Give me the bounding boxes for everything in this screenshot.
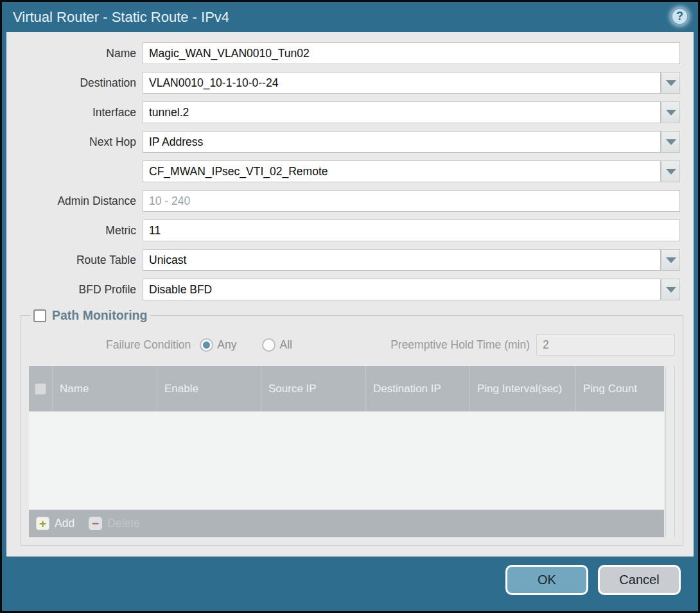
table-body-empty (29, 411, 664, 510)
chevron-down-icon (666, 139, 676, 145)
add-button-label: Add (55, 517, 74, 530)
name-input[interactable] (143, 42, 680, 64)
route-table-label: Route Table (6, 254, 143, 267)
form-row-route-table: Route Table (6, 249, 680, 271)
chevron-down-icon (666, 80, 676, 86)
admin-distance-label: Admin Distance (6, 194, 143, 208)
admin-distance-input[interactable] (143, 190, 680, 212)
path-monitoring-table: Name Enable Source IP Destination IP Pin… (29, 366, 664, 537)
dialog-titlebar: Virtual Router - Static Route - IPv4 ? (2, 2, 698, 32)
bfd-profile-dropdown-button[interactable] (661, 279, 680, 300)
path-monitoring-section: Path Monitoring Failure Condition Any Al… (21, 308, 683, 546)
static-route-dialog: Virtual Router - Static Route - IPv4 ? N… (0, 0, 700, 613)
chevron-down-icon (666, 257, 676, 263)
next-hop-address-input[interactable] (143, 160, 661, 182)
table-header-destination-ip[interactable]: Destination IP (366, 366, 470, 411)
chevron-down-icon (666, 287, 676, 293)
failure-condition-radio-all[interactable] (262, 338, 276, 352)
chevron-down-icon (666, 169, 676, 175)
next-hop-address-dropdown-button[interactable] (661, 160, 680, 182)
form-row-admin-distance: Admin Distance (6, 190, 680, 212)
interface-dropdown-button[interactable] (661, 101, 680, 123)
path-monitoring-title: Path Monitoring (52, 308, 147, 323)
failure-condition-option-all-label: All (279, 338, 292, 352)
failure-condition-radio-any[interactable] (200, 338, 213, 352)
metric-input[interactable] (143, 220, 680, 241)
table-header-enable[interactable]: Enable (157, 366, 261, 411)
table-select-all-checkbox[interactable] (35, 383, 46, 395)
form-row-name: Name (6, 42, 680, 64)
next-hop-type-dropdown-button[interactable] (661, 131, 680, 153)
add-button[interactable]: + Add (36, 517, 74, 530)
delete-button[interactable]: − Delete (89, 517, 140, 530)
destination-dropdown-button[interactable] (661, 72, 680, 94)
destination-label: Destination (6, 76, 143, 90)
minus-icon: − (89, 517, 102, 530)
table-header-source-ip[interactable]: Source IP (261, 366, 366, 411)
plus-icon: + (36, 517, 49, 530)
table-header-ping-interval[interactable]: Ping Interval(sec) (470, 366, 576, 411)
table-toolbar: + Add − Delete (29, 510, 664, 537)
form-row-interface: Interface (6, 101, 680, 123)
dialog-body: Name Destination Interface (6, 32, 694, 557)
delete-button-label: Delete (107, 517, 140, 530)
interface-label: Interface (6, 106, 143, 119)
path-monitoring-controls: Failure Condition Any All Preemptive Hol… (29, 334, 675, 356)
path-monitoring-tablewrap: Name Enable Source IP Destination IP Pin… (29, 366, 675, 537)
next-hop-type-input[interactable] (143, 131, 661, 153)
form-row-next-hop: Next Hop (6, 131, 680, 153)
chevron-down-icon (666, 110, 676, 116)
path-monitoring-legend: Path Monitoring (30, 308, 150, 323)
bfd-profile-label: BFD Profile (6, 283, 143, 297)
preemptive-hold-input[interactable] (536, 334, 675, 356)
failure-condition-option-any-label: Any (217, 338, 236, 352)
cancel-button[interactable]: Cancel (598, 565, 681, 595)
destination-input[interactable] (143, 72, 661, 94)
form-row-next-hop-address (6, 160, 680, 182)
preemptive-hold-label: Preemptive Hold Time (min) (390, 338, 530, 352)
form-row-bfd-profile: BFD Profile (6, 279, 680, 300)
form-row-destination: Destination (6, 72, 680, 94)
table-header-ping-count[interactable]: Ping Count (576, 366, 664, 411)
route-table-dropdown-button[interactable] (661, 249, 680, 271)
table-header-name[interactable]: Name (53, 366, 157, 411)
next-hop-label: Next Hop (6, 135, 143, 149)
path-monitoring-checkbox[interactable] (33, 309, 46, 322)
name-label: Name (6, 47, 143, 60)
dialog-footer: OK Cancel (2, 557, 698, 611)
ok-button[interactable]: OK (505, 565, 588, 595)
table-header-row: Name Enable Source IP Destination IP Pin… (29, 366, 664, 411)
dialog-title: Virtual Router - Static Route - IPv4 (13, 9, 229, 26)
metric-label: Metric (6, 224, 143, 237)
interface-input[interactable] (143, 101, 661, 123)
bfd-profile-input[interactable] (143, 279, 661, 300)
form-row-metric: Metric (6, 220, 680, 241)
route-table-input[interactable] (143, 249, 661, 271)
table-scrollbar[interactable] (665, 366, 675, 537)
table-header-select (29, 366, 53, 411)
help-icon[interactable]: ? (671, 8, 688, 25)
failure-condition-label: Failure Condition (106, 338, 191, 352)
